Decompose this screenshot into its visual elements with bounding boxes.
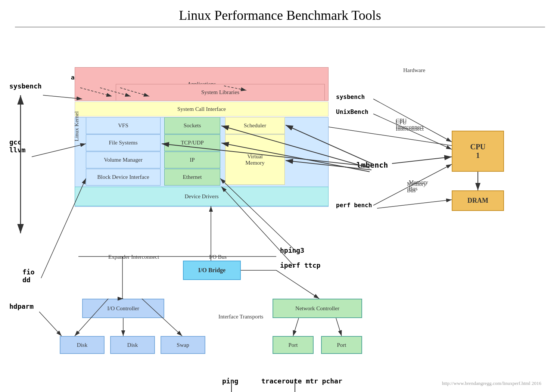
iobridge-box: I/O Bridge — [183, 261, 241, 280]
tcpudp-box: TCP/UDP — [164, 134, 220, 151]
svg-line-20 — [329, 127, 452, 146]
hping3-label: hping3 — [280, 246, 304, 254]
diagram-area: Operating System Hardware sysbench ab wr… — [0, 30, 560, 392]
syscall-layer: System Call Interface — [75, 102, 329, 116]
svg-line-31 — [276, 270, 319, 299]
vfs-box: VFS — [86, 117, 161, 134]
cpu-interconnect-text: CPUInterconnect — [396, 118, 424, 130]
sockets-box: Sockets — [164, 117, 220, 134]
device-drivers-box: Device Drivers — [75, 187, 329, 206]
iperf-ttcp-label: iperf ttcp — [280, 261, 320, 269]
disk1-box: Disk — [60, 336, 105, 354]
perf-bench-label: perf bench — [336, 202, 372, 209]
ip-box: IP — [164, 152, 220, 168]
traceroute-label: traceroute mtr pchar — [261, 377, 342, 385]
cpu-box: CPU 1 — [452, 131, 504, 172]
kernel-label: Linux Kernel — [74, 111, 80, 141]
file-systems-box: File Systems — [86, 134, 161, 151]
dram-box: DRAM — [452, 190, 504, 211]
system-libraries-layer: System Libraries — [116, 84, 325, 101]
svg-line-22 — [39, 312, 62, 336]
sysbench-left-label: sysbench — [9, 82, 42, 90]
ethernet-box: Ethernet — [164, 169, 220, 186]
iocontroller-box: I/O Controller — [82, 299, 164, 318]
title-divider — [15, 27, 545, 27]
unixbench-label: UnixBench — [336, 108, 368, 115]
ping-label: ping — [222, 377, 238, 385]
svg-line-33 — [336, 318, 342, 336]
interface-transports-label: Interface Transports — [218, 314, 263, 320]
virtual-memory-box: Virtual Memory — [225, 134, 285, 185]
page-title: Linux Performance Benchmark Tools — [0, 0, 560, 27]
fio-dd-label: fio dd — [22, 268, 35, 284]
memory-bus-text: MemoryBus — [409, 179, 428, 192]
svg-line-18 — [377, 200, 452, 208]
port2-box: Port — [321, 336, 362, 354]
network-controller-box: Network Controller — [273, 299, 362, 318]
url-label: http://www.brendangregg.com/linuxperf.ht… — [442, 380, 541, 386]
gcc-llvm-label: gcc llvm — [9, 138, 25, 154]
svg-line-16 — [392, 157, 452, 164]
scheduler-box: Scheduler — [225, 117, 285, 134]
hdparm-label: hdparm — [9, 302, 34, 310]
block-device-interface-box: Block Device Interface — [86, 169, 161, 186]
disk2-box: Disk — [110, 336, 155, 354]
svg-line-32 — [293, 318, 299, 336]
hardware-section-label: Hardware — [403, 67, 425, 74]
io-bus-label: I/O Bus — [209, 254, 227, 260]
lmbench-label: lmbench — [357, 161, 388, 169]
swap-box: Swap — [161, 336, 205, 354]
expander-interconnect-label: Expander Interconnect — [108, 254, 159, 260]
port1-box: Port — [273, 336, 314, 354]
sysbench-right-label: sysbench — [336, 93, 365, 100]
volume-manager-box: Volume Manager — [86, 152, 161, 168]
